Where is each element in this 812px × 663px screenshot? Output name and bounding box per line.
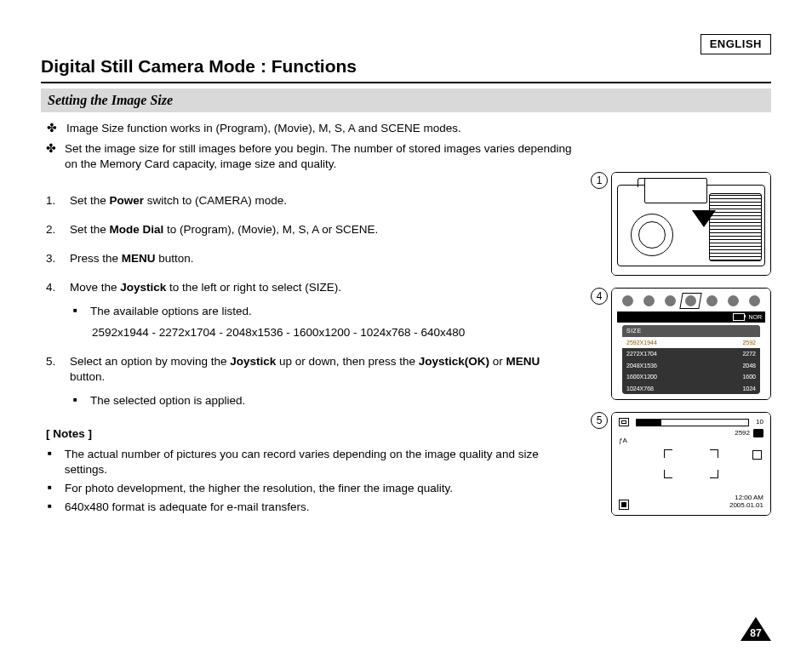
intro-line: Set the image size for still images befo… xyxy=(65,141,575,172)
memory-card-icon xyxy=(619,500,629,510)
size-menu-row: 2048X15362048 xyxy=(622,360,760,371)
date-display: 2005.01.01 xyxy=(729,501,763,510)
size-menu-heading: SIZE xyxy=(622,325,760,336)
menu-tab-icon xyxy=(622,295,633,306)
sub-step-text: The selected option is applied. xyxy=(90,393,245,409)
step-number: 3. xyxy=(46,251,61,266)
storage-bar-icon xyxy=(636,419,749,426)
square-bullet-icon: ■ xyxy=(48,500,56,512)
page-number-badge: 87 xyxy=(741,617,771,643)
arrow-down-icon xyxy=(692,210,716,227)
step-number: 4. xyxy=(46,280,61,295)
remaining-count: 10 xyxy=(756,418,763,427)
quality-icon xyxy=(753,429,763,437)
step-text: Set the Power switch to (CAMERA) mode. xyxy=(70,193,287,209)
size-menu-row: 2592X19442592 xyxy=(622,337,760,348)
instruction-text: ✤ Image Size function works in (Program)… xyxy=(41,121,575,519)
figure-1: 1 xyxy=(591,172,771,276)
preview-screen-illustration: 10 2592 ƒA xyxy=(612,413,770,515)
square-bullet-icon: ■ xyxy=(73,393,82,405)
resolution-indicator: 2592 xyxy=(735,429,750,438)
notes-heading: [ Notes ] xyxy=(46,426,575,442)
section-subtitle: Setting the Image Size xyxy=(41,89,771,112)
size-options-list: 2592x1944 - 2272x1704 - 2048x1536 - 1600… xyxy=(92,325,575,340)
sub-step-text: The available options are listed. xyxy=(90,304,252,319)
time-display: 12:00 AM xyxy=(729,494,763,502)
page-title: Digital Still Camera Mode : Functions xyxy=(41,54,771,83)
step-text: Press the MENU button. xyxy=(70,251,194,266)
menu-screen-illustration: NOR SIZE 2592X19442592 2272X17042272 204… xyxy=(612,289,770,399)
page-number: 87 xyxy=(741,626,771,640)
flash-indicator: ƒA xyxy=(619,437,627,446)
figure-column: 1 4 xyxy=(591,172,771,516)
menu-tab-icon xyxy=(643,295,655,306)
step-number: 2. xyxy=(46,222,61,237)
focus-brackets-icon xyxy=(664,449,718,478)
camera-illustration xyxy=(612,173,770,275)
note-text: For photo development, the higher the re… xyxy=(65,481,453,496)
note-text: The actual number of pictures you can re… xyxy=(65,447,575,477)
menu-tab-icon xyxy=(706,295,718,306)
bullet-icon: ✤ xyxy=(46,121,58,136)
size-menu-row: 2272X17042272 xyxy=(622,348,760,359)
bullet-icon: ✤ xyxy=(46,141,56,157)
note-text: 640x480 format is adequate for e-mail tr… xyxy=(65,500,309,515)
camera-mode-icon xyxy=(619,418,629,426)
menu-tab-icon xyxy=(665,295,676,306)
step-text: Set the Mode Dial to (Program), (Movie),… xyxy=(70,222,378,237)
quality-label: NOR xyxy=(748,313,762,321)
size-menu-row: 1024X7681024 xyxy=(622,383,760,394)
awb-icon xyxy=(752,450,762,460)
square-bullet-icon: ■ xyxy=(48,481,56,493)
intro-line: Image Size function works in (Program), … xyxy=(66,121,461,136)
step-text: Select an option by moving the Joystick … xyxy=(70,354,575,385)
menu-tab-icon xyxy=(749,295,760,306)
battery-icon xyxy=(733,313,745,321)
figure-number-badge: 1 xyxy=(591,172,608,189)
menu-tab-icon xyxy=(728,295,739,306)
manual-page: ENGLISH Digital Still Camera Mode : Func… xyxy=(0,0,812,663)
step-number: 1. xyxy=(46,193,61,209)
figure-4: 4 NOR xyxy=(591,288,771,400)
square-bullet-icon: ■ xyxy=(73,304,82,316)
menu-tab-size-icon xyxy=(685,295,696,306)
square-bullet-icon: ■ xyxy=(48,447,56,459)
step-number: 5. xyxy=(46,354,61,369)
figure-number-badge: 5 xyxy=(591,412,608,429)
size-menu-row: 1600X12001600 xyxy=(622,371,760,382)
language-indicator: ENGLISH xyxy=(700,34,771,54)
step-text: Move the Joystick to the left or right t… xyxy=(70,280,341,295)
figure-5: 5 10 2592 ƒA xyxy=(591,412,771,516)
figure-number-badge: 4 xyxy=(591,288,608,305)
